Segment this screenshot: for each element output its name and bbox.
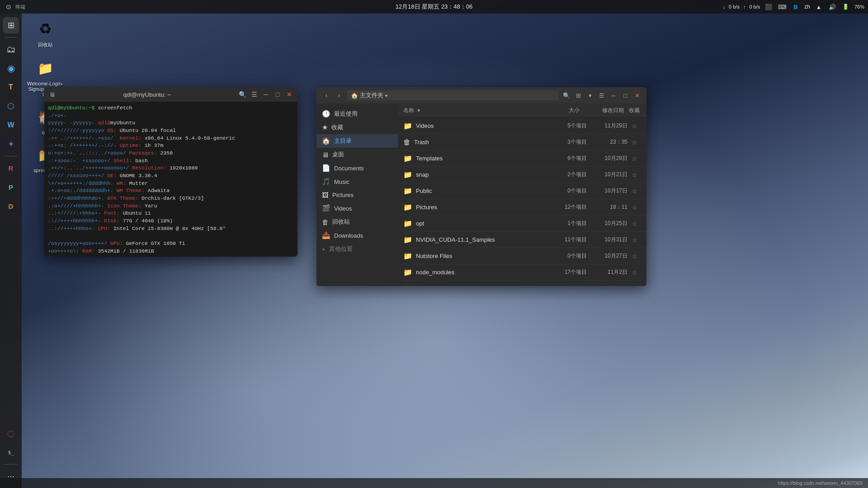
file-star-cell[interactable]: ☆ [627,220,641,227]
battery-icon[interactable]: 🔋 [841,2,851,12]
music-label: Music [334,178,349,185]
file-size-cell: 0个项目 [551,187,587,195]
sidebar-item-home[interactable]: 🏠 主目录 [316,134,398,148]
lang-label[interactable]: zh [804,4,810,10]
file-star-cell[interactable]: ☆ [627,236,641,244]
file-icon: 📁 [403,268,412,277]
fm-breadcrumb[interactable]: 🏠 主文件夹 ▾ [347,90,559,100]
wifi-icon[interactable]: ▲ [814,2,824,12]
keyboard-icon[interactable]: ⌨ [777,2,787,12]
col-date-header[interactable]: 修改日期 [583,107,624,114]
file-name-cell: 📁 opt [403,219,551,228]
dock-text-icon[interactable]: T [3,79,19,95]
dock-files-icon[interactable]: 🗂 [3,41,19,57]
sidebar-item-music[interactable]: 🎵 Music [316,175,398,188]
file-name-cell: 🗑 Trash [403,138,551,146]
file-size-cell: 5个项目 [551,122,587,130]
table-row[interactable]: 🗑 Trash 3个项目 23：35 ☆ [398,134,646,150]
col-star-header[interactable]: 收藏 [627,107,641,114]
table-row[interactable]: 📁 NVIDIA_CUDA-11.1_Samples 11个项目 10月31日 … [398,232,646,248]
table-row[interactable]: 📁 Music 0个项目 10月17日 ☆ [398,281,646,286]
file-date-cell: 10月29日 [587,155,627,162]
sidebar-item-desktop[interactable]: 🖥 桌面 [316,148,398,161]
dock-divider-1 [5,37,17,38]
screenshot-icon[interactable]: ⬛ [764,2,774,12]
fm-search-btn[interactable]: 🔍 [561,90,571,100]
table-row[interactable]: 📁 Templates 6个项目 10月29日 ☆ [398,150,646,167]
terminal-maximize-btn[interactable]: □ [273,90,282,99]
table-row[interactable]: 📁 Public 0个项目 10月17日 ☆ [398,183,646,199]
table-row[interactable]: 📁 Nutstore Files 0个项目 10月27日 ☆ [398,248,646,264]
terminal-content[interactable]: qdl@myUbuntu:~$ screenfetch ./+o+- yyyyy… [44,102,297,257]
dock-android-icon[interactable]: ✦ [3,136,19,152]
fm-grid-btn[interactable]: ⊞ [573,90,583,100]
fm-forward-btn[interactable]: › [334,90,344,101]
terminal-minimize-btn[interactable]: ─ [261,90,270,99]
bing-icon[interactable]: B [791,2,801,12]
fm-maximize-btn[interactable]: □ [620,90,630,100]
terminal-taskbar-icon[interactable]: 终端 [15,2,25,12]
terminal-close-btn[interactable]: ✕ [285,90,294,99]
file-name-text: Templates [416,155,443,162]
fm-view-toggle-btn[interactable]: ▾ [585,90,595,100]
sidebar-item-documents[interactable]: 📄 Documents [316,161,398,175]
file-star-cell[interactable]: ☆ [627,188,641,195]
table-row[interactable]: 📁 snap 2个项目 10月21日 ☆ [398,167,646,183]
fm-minimize-btn[interactable]: ─ [609,90,618,100]
file-size-cell: 17个项目 [551,268,587,276]
dock-datagrip-icon[interactable]: D [3,198,19,214]
terminal-search-btn[interactable]: 🔍 [238,90,247,99]
col-size-header[interactable]: 大小 [543,107,580,114]
dock-rider-icon[interactable]: R [3,160,19,176]
file-star-cell[interactable]: ☆ [627,253,641,260]
col-name-header[interactable]: 名称 ▼ [403,107,540,114]
dock-dash-icon[interactable]: ⊞ [3,17,19,33]
file-name-cell: 📁 Pictures [403,203,551,211]
dock-divider-2 [5,156,17,156]
sidebar-item-trash[interactable]: 🗑 回收站 [316,215,398,229]
file-icon: 📁 [403,154,412,163]
sidebar-item-videos[interactable]: 🎬 Videos [316,202,398,215]
file-date-cell: 11月2日 [587,268,627,276]
dock-chromium-icon[interactable]: ◉ [3,60,19,76]
fm-column-headers: 名称 ▼ 大小 修改日期 收藏 [398,103,646,118]
table-row[interactable]: 📁 Pictures 12个项目 18：11 ☆ [398,199,646,216]
sidebar-item-other[interactable]: + 其他位置 [316,242,398,256]
file-size-cell: 2个项目 [551,171,587,178]
fm-menu-btn[interactable]: ☰ [597,90,607,100]
filemanager-window: ‹ › 🏠 主文件夹 ▾ 🔍 ⊞ ▾ ☰ ─ □ ✕ 🕐 最近使用 ★ [316,87,646,286]
sidebar-item-downloads[interactable]: 📥 Downloads [316,229,398,242]
file-star-cell[interactable]: ☆ [627,285,641,286]
terminal-menu-btn[interactable]: ☰ [250,90,259,99]
search-icon[interactable]: ⊙ [4,2,14,12]
other-label: 其他位置 [329,245,353,253]
file-star-cell[interactable]: ☆ [627,155,641,162]
table-row[interactable]: 📁 opt 1个项目 10月25日 ☆ [398,216,646,232]
table-row[interactable]: 📁 Videos 5个项目 11月29日 ☆ [398,118,646,134]
trash-label: 回收站 [332,218,350,226]
sidebar-item-recent[interactable]: 🕐 最近使用 [316,107,398,121]
taskbar: ⊙ 终端 12月18日 星期五 23：48：06 ↓ 0 b/s ↑ 0 b/s… [0,0,868,14]
dock-browser2-icon[interactable]: ◌ [3,425,19,441]
volume-icon[interactable]: 🔊 [827,2,837,12]
file-star-cell[interactable]: ☆ [627,204,641,211]
fm-close-btn[interactable]: ✕ [632,90,642,100]
dock-vscode-icon[interactable]: ⬡ [3,98,19,114]
recycle-bin-icon[interactable]: ♻ 回收站 [27,18,63,48]
breadcrumb-text: 主文件夹 [360,91,383,99]
file-date-cell: 11月29日 [587,122,627,130]
sidebar-item-pictures[interactable]: 🖼 Pictures [316,188,398,202]
dock-pycharm-icon[interactable]: P [3,179,19,195]
file-star-cell[interactable]: ☆ [627,139,641,146]
sidebar-item-favorites[interactable]: ★ 收藏 [316,121,398,134]
file-star-cell[interactable]: ☆ [627,269,641,276]
dock-word-icon[interactable]: W [3,117,19,133]
terminal-window: 🖥 qdl@myUbuntu: ~ 🔍 ☰ ─ □ ✕ qdl@myUbuntu… [44,87,297,257]
fm-back-btn[interactable]: ‹ [321,90,332,101]
documents-icon: 📄 [322,164,330,172]
file-star-cell[interactable]: ☆ [627,122,641,130]
dock-terminal-icon[interactable]: $_ [3,444,19,460]
file-star-cell[interactable]: ☆ [627,171,641,178]
pictures-label: Pictures [332,192,354,198]
table-row[interactable]: 📁 node_modules 17个项目 11月2日 ☆ [398,264,646,281]
